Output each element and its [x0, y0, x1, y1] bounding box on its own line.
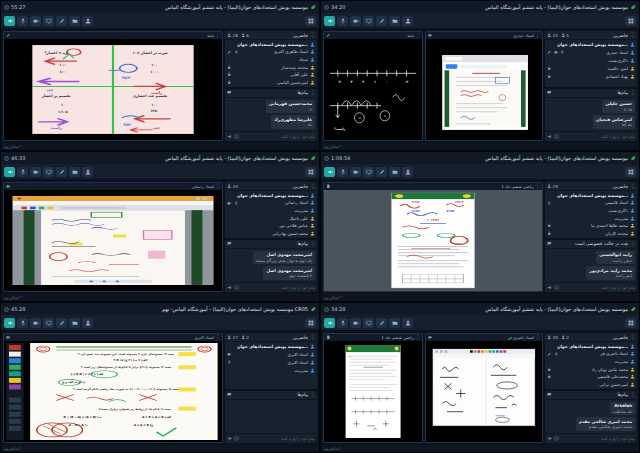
- user-tool-button[interactable]: [402, 318, 413, 328]
- speaker-icon[interactable]: [547, 134, 552, 139]
- participant-row[interactable]: ذاکری‌نسب: [547, 207, 635, 214]
- folder-tool-button[interactable]: [389, 167, 400, 177]
- pane-menu-icon[interactable]: ⋮: [215, 33, 220, 38]
- smiley-icon[interactable]: [554, 436, 559, 441]
- participants-menu-icon[interactable]: ⋮: [630, 335, 635, 340]
- mic-tool-button[interactable]: [337, 318, 348, 328]
- participant-row[interactable]: استاد طاهری اکبری: [227, 49, 315, 56]
- participant-row[interactable]: مدیریت: [227, 207, 315, 214]
- chat-input[interactable]: [561, 134, 635, 139]
- speaker-icon[interactable]: [547, 436, 552, 441]
- mic-tool-button[interactable]: [337, 16, 348, 26]
- chat-menu-icon[interactable]: ⋮: [310, 392, 315, 397]
- speaker-tool-button[interactable]: [324, 167, 335, 177]
- pencil-tool-button[interactable]: [376, 167, 387, 177]
- participant-row[interactable]: عباس فلاحی پور: [227, 222, 315, 229]
- speaker-icon[interactable]: [227, 134, 232, 139]
- participant-row[interactable]: استاد حیدری: [547, 49, 635, 56]
- folder-tool-button[interactable]: [389, 318, 400, 328]
- participants-menu-icon[interactable]: ⋮: [310, 33, 315, 38]
- user-tool-button[interactable]: [402, 167, 413, 177]
- folder-tool-button[interactable]: [389, 16, 400, 26]
- speaker-icon[interactable]: [227, 436, 232, 441]
- participant-row[interactable]: مدیریت: [547, 215, 635, 222]
- mic-tool-button[interactable]: [337, 167, 348, 177]
- chat-input[interactable]: [561, 285, 635, 290]
- speaker-tool-button[interactable]: [4, 318, 15, 328]
- cam-tool-button[interactable]: [30, 318, 41, 328]
- pane-menu-icon[interactable]: ⋮: [415, 33, 420, 38]
- participant-row[interactable]: محدثه کاریان: [547, 230, 635, 237]
- participant-row[interactable]: موسسه پویش استعدادهای جوان…: [227, 192, 315, 199]
- pane-menu-icon[interactable]: ⋮: [215, 335, 220, 340]
- screen-tool-button[interactable]: [43, 167, 54, 177]
- participant-row[interactable]: امین حکمت: [547, 65, 635, 72]
- participant-row[interactable]: استاد ناصری فر: [547, 351, 635, 358]
- participant-row[interactable]: محمد طاها احمدی نیا: [547, 222, 635, 229]
- participant-row[interactable]: امیرحسین نزانی: [547, 381, 635, 388]
- cam-tool-button[interactable]: [30, 16, 41, 26]
- participant-row[interactable]: محمدعلی قاسمی: [547, 373, 635, 380]
- participant-row[interactable]: ذاکری‌نسب: [547, 57, 635, 64]
- layout-grid-button[interactable]: [625, 16, 636, 26]
- participant-row[interactable]: موسسه پویش استعدادهای جوان…: [547, 192, 635, 199]
- participant-row[interactable]: استاد قاسمی: [547, 200, 635, 207]
- chat-input[interactable]: [561, 436, 635, 441]
- participants-menu-icon[interactable]: ⋮: [630, 184, 635, 189]
- participant-row[interactable]: استاد اکبری: [227, 351, 315, 358]
- participant-row[interactable]: محمدحسین بهادرانی: [227, 230, 315, 237]
- speaker-icon[interactable]: [227, 285, 232, 290]
- chat-menu-icon[interactable]: ⋮: [310, 90, 315, 95]
- pane-menu-icon[interactable]: ⋮: [535, 335, 540, 340]
- cam-tool-button[interactable]: [350, 318, 361, 328]
- participant-row[interactable]: بهناد اعتمادی: [547, 73, 635, 80]
- pencil-tool-button[interactable]: [376, 318, 387, 328]
- mic-tool-button[interactable]: [17, 16, 28, 26]
- screen-tool-button[interactable]: [43, 318, 54, 328]
- participant-row[interactable]: موسسه پویش استعدادهای جوان…: [227, 343, 315, 350]
- participant-row[interactable]: موسسه پویش استعدادهای جوان…: [547, 343, 635, 350]
- pane-menu-icon[interactable]: ⋮: [415, 335, 420, 340]
- smiley-icon[interactable]: [554, 134, 559, 139]
- speaker-tool-button[interactable]: [4, 16, 15, 26]
- chat-menu-icon[interactable]: ⋮: [630, 241, 635, 246]
- speaker-icon[interactable]: [547, 285, 552, 290]
- folder-tool-button[interactable]: [69, 318, 80, 328]
- screen-tool-button[interactable]: [43, 16, 54, 26]
- pencil-tool-button[interactable]: [56, 16, 67, 26]
- participant-row[interactable]: سجاد: [227, 56, 315, 63]
- participant-row[interactable]: موسسه پویش استعدادهای جوان…: [227, 41, 315, 48]
- participant-row[interactable]: مدیریت: [227, 367, 315, 374]
- speaker-tool-button[interactable]: [324, 16, 335, 26]
- user-tool-button[interactable]: [82, 16, 93, 26]
- user-tool-button[interactable]: [402, 16, 413, 26]
- participant-row[interactable]: علی تاجیک: [227, 215, 315, 222]
- smiley-icon[interactable]: [234, 285, 239, 290]
- smiley-icon[interactable]: [234, 436, 239, 441]
- mic-tool-button[interactable]: [17, 318, 28, 328]
- pane-menu-icon[interactable]: ⋮: [535, 33, 540, 38]
- folder-tool-button[interactable]: [69, 167, 80, 177]
- folder-tool-button[interactable]: [69, 16, 80, 26]
- chat-menu-icon[interactable]: ⋮: [630, 392, 635, 397]
- cam-tool-button[interactable]: [350, 16, 361, 26]
- screen-tool-button[interactable]: [363, 318, 374, 328]
- chat-input[interactable]: [241, 436, 315, 441]
- layout-grid-button[interactable]: [305, 16, 316, 26]
- chat-input[interactable]: [241, 285, 315, 290]
- smiley-icon[interactable]: [554, 285, 559, 290]
- participants-menu-icon[interactable]: ⋮: [630, 33, 635, 38]
- chat-input[interactable]: [241, 134, 315, 139]
- layout-grid-button[interactable]: [305, 167, 316, 177]
- cam-tool-button[interactable]: [350, 167, 361, 177]
- participant-row[interactable]: موسسه پویش استعدادهای جوان…: [547, 41, 635, 48]
- layout-grid-button[interactable]: [625, 318, 636, 328]
- cam-tool-button[interactable]: [30, 167, 41, 177]
- participant-row[interactable]: امیرحسین الیاسی: [227, 79, 315, 86]
- participants-menu-icon[interactable]: ⋮: [310, 184, 315, 189]
- screen-tool-button[interactable]: [363, 167, 374, 177]
- participant-row[interactable]: علی آقایی: [227, 71, 315, 78]
- participant-row[interactable]: مدیریت: [547, 358, 635, 365]
- participants-menu-icon[interactable]: ⋮: [310, 335, 315, 340]
- speaker-tool-button[interactable]: [324, 318, 335, 328]
